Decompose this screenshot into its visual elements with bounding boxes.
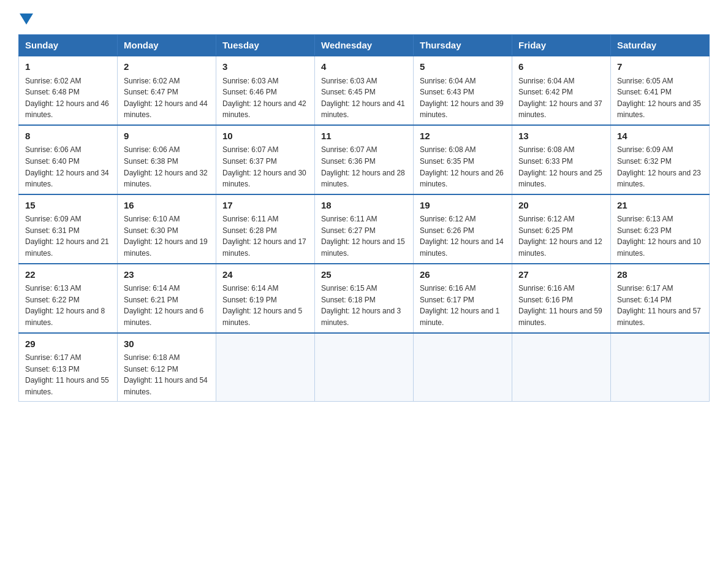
calendar-cell: 20Sunrise: 6:12 AMSunset: 6:25 PMDayligh… [512, 194, 611, 264]
day-number: 28 [617, 268, 703, 282]
calendar-cell: 22Sunrise: 6:13 AMSunset: 6:22 PMDayligh… [19, 264, 118, 333]
day-number: 10 [222, 129, 308, 144]
day-info: Sunrise: 6:11 AMSunset: 6:28 PMDaylight:… [222, 213, 308, 259]
calendar-cell: 25Sunrise: 6:15 AMSunset: 6:18 PMDayligh… [315, 264, 414, 333]
calendar-cell: 11Sunrise: 6:07 AMSunset: 6:36 PMDayligh… [315, 125, 414, 194]
page-header [18, 12, 710, 25]
day-info: Sunrise: 6:16 AMSunset: 6:16 PMDaylight:… [518, 283, 604, 328]
day-info: Sunrise: 6:08 AMSunset: 6:33 PMDaylight:… [518, 144, 604, 190]
logo [18, 12, 33, 25]
calendar-cell: 3Sunrise: 6:03 AMSunset: 6:46 PMDaylight… [216, 56, 315, 125]
day-number: 17 [222, 199, 308, 213]
column-header-tuesday: Tuesday [216, 35, 315, 56]
day-number: 25 [321, 268, 407, 282]
calendar-cell: 6Sunrise: 6:04 AMSunset: 6:42 PMDaylight… [512, 56, 611, 125]
day-info: Sunrise: 6:10 AMSunset: 6:30 PMDaylight:… [124, 213, 210, 259]
calendar-cell: 13Sunrise: 6:08 AMSunset: 6:33 PMDayligh… [512, 125, 611, 194]
calendar-cell: 30Sunrise: 6:18 AMSunset: 6:12 PMDayligh… [118, 333, 216, 402]
day-number: 24 [222, 268, 308, 282]
day-number: 16 [124, 199, 210, 213]
calendar-cell: 10Sunrise: 6:07 AMSunset: 6:37 PMDayligh… [216, 125, 315, 194]
day-info: Sunrise: 6:06 AMSunset: 6:38 PMDaylight:… [124, 144, 210, 190]
day-info: Sunrise: 6:02 AMSunset: 6:48 PMDaylight:… [25, 75, 111, 121]
calendar-cell: 7Sunrise: 6:05 AMSunset: 6:41 PMDaylight… [611, 56, 710, 125]
day-number: 11 [321, 129, 407, 144]
day-info: Sunrise: 6:03 AMSunset: 6:46 PMDaylight:… [222, 75, 308, 121]
day-info: Sunrise: 6:12 AMSunset: 6:25 PMDaylight:… [518, 213, 604, 259]
calendar-cell: 1Sunrise: 6:02 AMSunset: 6:48 PMDaylight… [19, 56, 118, 125]
calendar-cell: 12Sunrise: 6:08 AMSunset: 6:35 PMDayligh… [414, 125, 512, 194]
day-info: Sunrise: 6:02 AMSunset: 6:47 PMDaylight:… [124, 75, 210, 121]
day-number: 4 [321, 60, 407, 74]
day-info: Sunrise: 6:17 AMSunset: 6:14 PMDaylight:… [617, 283, 703, 328]
day-number: 30 [124, 337, 210, 351]
day-number: 26 [420, 268, 506, 282]
calendar-cell: 18Sunrise: 6:11 AMSunset: 6:27 PMDayligh… [315, 194, 414, 264]
calendar-cell: 24Sunrise: 6:14 AMSunset: 6:19 PMDayligh… [216, 264, 315, 333]
day-info: Sunrise: 6:08 AMSunset: 6:35 PMDaylight:… [420, 144, 506, 190]
calendar-header-row: SundayMondayTuesdayWednesdayThursdayFrid… [19, 35, 710, 56]
calendar-week-row: 8Sunrise: 6:06 AMSunset: 6:40 PMDaylight… [19, 125, 710, 194]
calendar-cell: 27Sunrise: 6:16 AMSunset: 6:16 PMDayligh… [512, 264, 611, 333]
column-header-monday: Monday [118, 35, 216, 56]
column-header-thursday: Thursday [414, 35, 512, 56]
day-number: 18 [321, 199, 407, 213]
day-number: 21 [617, 199, 703, 213]
calendar-week-row: 29Sunrise: 6:17 AMSunset: 6:13 PMDayligh… [19, 333, 710, 402]
day-info: Sunrise: 6:04 AMSunset: 6:43 PMDaylight:… [420, 75, 506, 121]
calendar-week-row: 1Sunrise: 6:02 AMSunset: 6:48 PMDaylight… [19, 56, 710, 125]
day-info: Sunrise: 6:18 AMSunset: 6:12 PMDaylight:… [124, 352, 210, 397]
day-info: Sunrise: 6:04 AMSunset: 6:42 PMDaylight:… [518, 75, 604, 121]
calendar-cell [216, 333, 315, 402]
day-info: Sunrise: 6:14 AMSunset: 6:21 PMDaylight:… [124, 283, 210, 328]
calendar-cell: 14Sunrise: 6:09 AMSunset: 6:32 PMDayligh… [611, 125, 710, 194]
day-info: Sunrise: 6:09 AMSunset: 6:32 PMDaylight:… [617, 144, 703, 190]
calendar-week-row: 22Sunrise: 6:13 AMSunset: 6:22 PMDayligh… [19, 264, 710, 333]
day-info: Sunrise: 6:14 AMSunset: 6:19 PMDaylight:… [222, 283, 308, 328]
calendar-cell: 5Sunrise: 6:04 AMSunset: 6:43 PMDaylight… [414, 56, 512, 125]
day-number: 29 [25, 337, 111, 351]
day-info: Sunrise: 6:06 AMSunset: 6:40 PMDaylight:… [25, 144, 111, 190]
calendar-cell: 9Sunrise: 6:06 AMSunset: 6:38 PMDaylight… [118, 125, 216, 194]
calendar-cell [611, 333, 710, 402]
day-number: 27 [518, 268, 604, 282]
day-number: 19 [420, 199, 506, 213]
calendar-cell: 28Sunrise: 6:17 AMSunset: 6:14 PMDayligh… [611, 264, 710, 333]
day-number: 9 [124, 129, 210, 144]
day-number: 2 [124, 60, 210, 74]
day-info: Sunrise: 6:15 AMSunset: 6:18 PMDaylight:… [321, 283, 407, 328]
calendar-cell [512, 333, 611, 402]
calendar-cell [315, 333, 414, 402]
day-number: 14 [617, 129, 703, 144]
calendar-cell: 29Sunrise: 6:17 AMSunset: 6:13 PMDayligh… [19, 333, 118, 402]
day-info: Sunrise: 6:09 AMSunset: 6:31 PMDaylight:… [25, 213, 111, 259]
day-number: 12 [420, 129, 506, 144]
svg-marker-0 [20, 13, 33, 25]
calendar-cell: 15Sunrise: 6:09 AMSunset: 6:31 PMDayligh… [19, 194, 118, 264]
day-number: 1 [25, 60, 111, 74]
day-number: 13 [518, 129, 604, 144]
calendar-cell: 21Sunrise: 6:13 AMSunset: 6:23 PMDayligh… [611, 194, 710, 264]
day-number: 22 [25, 268, 111, 282]
day-number: 15 [25, 199, 111, 213]
calendar-cell: 26Sunrise: 6:16 AMSunset: 6:17 PMDayligh… [414, 264, 512, 333]
day-number: 3 [222, 60, 308, 74]
day-number: 20 [518, 199, 604, 213]
column-header-wednesday: Wednesday [315, 35, 414, 56]
column-header-sunday: Sunday [19, 35, 118, 56]
calendar-cell: 16Sunrise: 6:10 AMSunset: 6:30 PMDayligh… [118, 194, 216, 264]
column-header-saturday: Saturday [611, 35, 710, 56]
day-info: Sunrise: 6:03 AMSunset: 6:45 PMDaylight:… [321, 75, 407, 121]
calendar-cell: 17Sunrise: 6:11 AMSunset: 6:28 PMDayligh… [216, 194, 315, 264]
calendar-cell: 23Sunrise: 6:14 AMSunset: 6:21 PMDayligh… [118, 264, 216, 333]
logo-triangle-icon [20, 13, 33, 25]
day-number: 6 [518, 60, 604, 74]
day-info: Sunrise: 6:13 AMSunset: 6:23 PMDaylight:… [617, 213, 703, 259]
calendar-cell: 2Sunrise: 6:02 AMSunset: 6:47 PMDaylight… [118, 56, 216, 125]
calendar-cell: 19Sunrise: 6:12 AMSunset: 6:26 PMDayligh… [414, 194, 512, 264]
day-info: Sunrise: 6:17 AMSunset: 6:13 PMDaylight:… [25, 352, 111, 397]
calendar-week-row: 15Sunrise: 6:09 AMSunset: 6:31 PMDayligh… [19, 194, 710, 264]
day-info: Sunrise: 6:07 AMSunset: 6:36 PMDaylight:… [321, 144, 407, 190]
day-info: Sunrise: 6:11 AMSunset: 6:27 PMDaylight:… [321, 213, 407, 259]
calendar-cell: 4Sunrise: 6:03 AMSunset: 6:45 PMDaylight… [315, 56, 414, 125]
